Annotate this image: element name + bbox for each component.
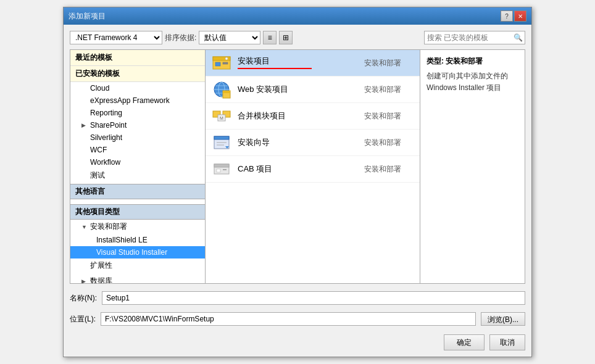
sidebar-item-reporting[interactable]: Reporting: [70, 107, 205, 119]
template-name-setup: 安装项目: [238, 56, 270, 65]
window-controls: ? ✕: [501, 10, 526, 22]
help-button[interactable]: ?: [501, 10, 513, 22]
left-panel: 最近的模板 已安装的模板 Cloud eXpressApp Framework …: [70, 49, 206, 284]
toolbar-row: .NET Framework 4 排序依据: 默认值 ≡ ⊞ 🔍: [70, 31, 525, 44]
center-panel: 安装项目 安装和部署: [206, 49, 420, 284]
search-box: 🔍: [424, 31, 525, 44]
label-wcf: WCF: [90, 146, 107, 154]
recent-templates-header: 最近的模板: [70, 50, 205, 66]
sidebar-item-wcf[interactable]: WCF: [70, 144, 205, 156]
action-row: 确定 取消: [70, 334, 525, 350]
label-vs-installer: Visual Studio Installer: [96, 248, 167, 257]
template-icon-setup: [212, 53, 231, 73]
svg-point-4: [225, 57, 228, 60]
right-panel-type: 类型: 安装和部署: [426, 56, 518, 67]
right-panel-description: 创建可向其中添加文件的 Windows Installer 项目: [426, 70, 518, 94]
template-icon-wizard: [212, 133, 231, 152]
template-category-merge: 安装和部署: [364, 111, 414, 122]
arrow-sharepoint: ▶: [81, 122, 88, 128]
search-input[interactable]: [425, 32, 511, 43]
name-input[interactable]: [102, 291, 525, 305]
right-panel: 类型: 安装和部署 创建可向其中添加文件的 Windows Installer …: [420, 49, 525, 284]
template-web-setup[interactable]: Web 安装项目 安装和部署: [206, 77, 420, 103]
svg-rect-24: [223, 169, 227, 170]
arrow-setup-deploy: ▼: [81, 224, 88, 230]
label-expressapp: eXpressApp Framework: [90, 96, 170, 105]
sidebar-item-workflow[interactable]: Workflow: [70, 156, 205, 168]
sidebar-item-expressapp[interactable]: eXpressApp Framework: [70, 94, 205, 107]
template-name-cab: CAB 项目: [238, 163, 358, 175]
view-list-button[interactable]: ≡: [263, 31, 277, 44]
search-icon[interactable]: 🔍: [511, 31, 525, 44]
template-category-wizard: 安装和部署: [364, 138, 414, 148]
label-setup-deploy: 安装和部署: [90, 221, 127, 232]
sort-select[interactable]: 默认值: [199, 31, 260, 44]
template-icon-web: [212, 80, 231, 99]
sidebar-item-silverlight[interactable]: Silverlight: [70, 131, 205, 144]
template-name-merge: 合并模块项目: [238, 110, 358, 122]
sidebar-item-database[interactable]: ▶ 数据库: [70, 274, 205, 284]
main-content: 最近的模板 已安装的模板 Cloud eXpressApp Framework …: [70, 49, 525, 284]
installed-templates-header: 已安装的模板: [70, 66, 205, 82]
svg-rect-22: [214, 164, 229, 167]
browse-button[interactable]: 浏览(B)...: [481, 312, 525, 326]
other-type-section[interactable]: 其他项目类型: [70, 204, 205, 220]
svg-rect-2: [215, 62, 220, 66]
sidebar-item-extensibility[interactable]: 扩展性: [70, 259, 205, 273]
label-silverlight: Silverlight: [90, 133, 122, 142]
template-name-wizard: 安装向导: [238, 137, 358, 148]
title-bar: 添加新项目 ? ✕: [64, 7, 531, 25]
location-input[interactable]: [101, 312, 476, 326]
location-row: 位置(L): 浏览(B)...: [70, 312, 525, 326]
sort-label: 排序依据:: [165, 33, 196, 43]
svg-rect-3: [223, 62, 228, 64]
svg-text:M: M: [220, 116, 223, 120]
template-setup-wizard[interactable]: 安装向导 安装和部署: [206, 130, 420, 156]
framework-select[interactable]: .NET Framework 4: [70, 31, 162, 44]
label-extensibility: 扩展性: [90, 260, 112, 271]
cancel-button[interactable]: 取消: [489, 334, 525, 350]
dialog-title: 添加新项目: [69, 11, 106, 22]
template-icon-merge: M: [212, 106, 231, 126]
template-icon-cab: [212, 159, 231, 179]
template-cab-project[interactable]: CAB 项目 安装和部署: [206, 156, 420, 183]
sidebar-item-setup-deploy[interactable]: ▼ 安装和部署: [70, 220, 205, 234]
template-category-web: 安装和部署: [364, 85, 414, 95]
dialog-window: 添加新项目 ? ✕ .NET Framework 4 排序依据: 默认值 ≡ ⊞…: [63, 7, 532, 357]
sidebar-item-test[interactable]: 测试: [70, 168, 205, 183]
other-lang-section[interactable]: 其他语言: [70, 184, 205, 199]
sidebar-item-installshield[interactable]: InstallShield LE: [70, 234, 205, 246]
name-row: 名称(N):: [70, 291, 525, 305]
svg-rect-11: [223, 91, 230, 93]
template-name-web: Web 安装项目: [238, 84, 358, 95]
view-grid-button[interactable]: ⊞: [279, 31, 293, 44]
label-installshield: InstallShield LE: [96, 236, 148, 244]
label-test: 测试: [90, 170, 105, 181]
location-label: 位置(L):: [70, 314, 96, 325]
label-reporting: Reporting: [90, 109, 122, 117]
svg-rect-23: [217, 169, 220, 172]
close-button[interactable]: ✕: [514, 10, 526, 22]
sidebar-item-vs-installer[interactable]: Visual Studio Installer: [70, 246, 205, 259]
template-setup-project[interactable]: 安装项目 安装和部署: [206, 50, 420, 77]
template-category-setup: 安装和部署: [364, 58, 414, 68]
label-sharepoint: SharePoint: [90, 121, 127, 130]
svg-rect-17: [214, 136, 229, 139]
label-database: 数据库: [90, 276, 112, 284]
arrow-database: ▶: [81, 278, 88, 284]
label-cloud: Cloud: [90, 84, 109, 93]
label-workflow: Workflow: [90, 158, 120, 167]
template-name-container: 安装项目: [238, 56, 358, 70]
ok-button[interactable]: 确定: [444, 334, 485, 350]
sidebar-item-sharepoint[interactable]: ▶ SharePoint: [70, 119, 205, 131]
dialog-body: .NET Framework 4 排序依据: 默认值 ≡ ⊞ 🔍 最近的模板 已…: [64, 25, 531, 357]
sidebar-item-cloud[interactable]: Cloud: [70, 82, 205, 94]
template-category-cab: 安装和部署: [364, 164, 414, 175]
name-label: 名称(N):: [70, 293, 97, 304]
template-merge-module[interactable]: M 合并模块项目 安装和部署: [206, 103, 420, 130]
